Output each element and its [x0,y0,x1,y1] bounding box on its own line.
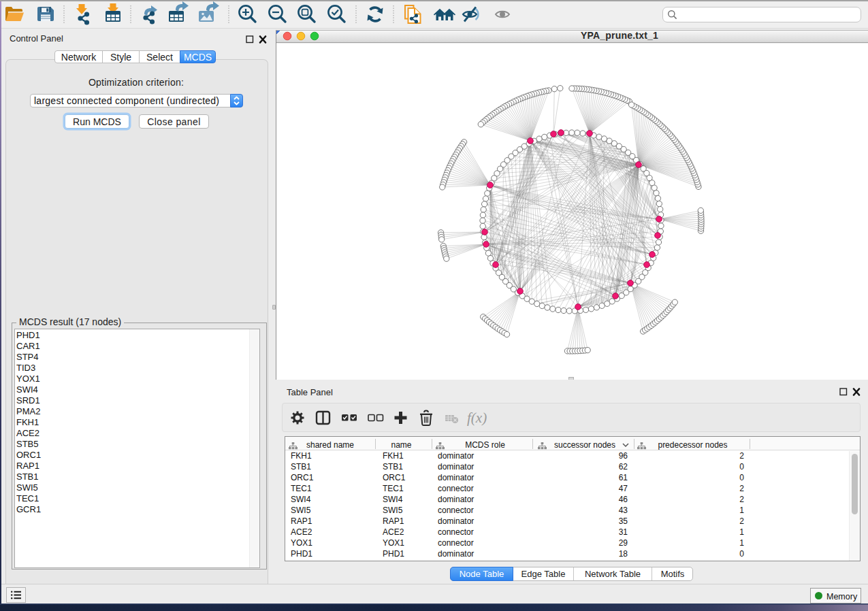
svg-text:f(x): f(x) [467,410,487,426]
